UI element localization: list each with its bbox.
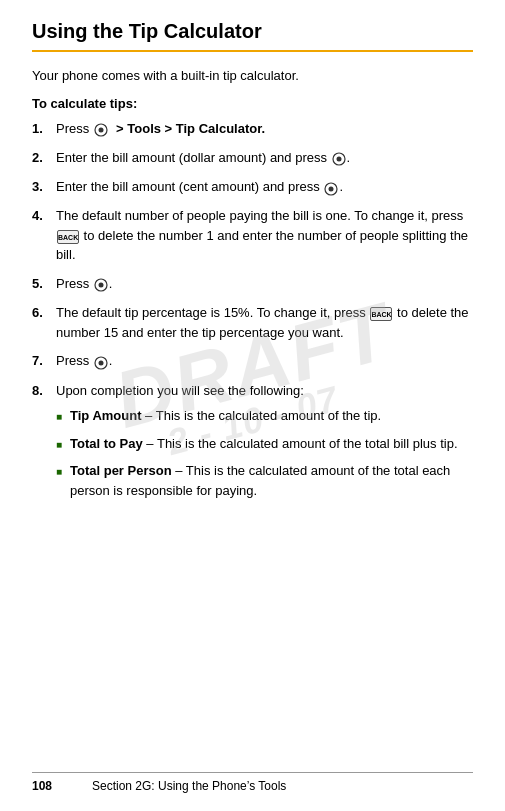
step-2: 2. Enter the bill amount (dollar amount)… (32, 148, 473, 168)
steps-list: 1. Press > Tools > Tip Calculator. 2. En… (32, 119, 473, 509)
ok-circle-icon (324, 178, 338, 198)
step-3-content: Enter the bill amount (cent amount) and … (56, 177, 473, 197)
ok-circle-icon (94, 119, 108, 139)
step-8-number: 8. (32, 381, 56, 401)
sub-item-total-per-person: ■ Total per Person – This is the calcula… (56, 461, 473, 500)
step-5-content: Press . (56, 274, 473, 294)
step-6: 6. The default tip percentage is 15%. To… (32, 303, 473, 342)
intro-text: Your phone comes with a built-in tip cal… (32, 66, 473, 86)
step-4: 4. The default number of people paying t… (32, 206, 473, 265)
step-7: 7. Press . (32, 351, 473, 371)
step-4-number: 4. (32, 206, 56, 226)
bullet-icon: ■ (56, 437, 70, 452)
step-7-content: Press . (56, 351, 473, 371)
svg-point-7 (98, 283, 103, 288)
back-icon: BACK (57, 230, 79, 244)
step-6-number: 6. (32, 303, 56, 323)
step-4-content: The default number of people paying the … (56, 206, 473, 265)
step-1: 1. Press > Tools > Tip Calculator. (32, 119, 473, 139)
step-5-number: 5. (32, 274, 56, 294)
sub-list: ■ Tip Amount – This is the calculated am… (56, 406, 473, 500)
bullet-icon: ■ (56, 464, 70, 479)
bullet-icon: ■ (56, 409, 70, 424)
ok-circle-icon (94, 352, 108, 372)
step-3-number: 3. (32, 177, 56, 197)
footer: 108 Section 2G: Using the Phone’s Tools (32, 772, 473, 793)
sub-item-tip-amount-text: Tip Amount – This is the calculated amou… (70, 406, 473, 426)
svg-point-1 (98, 127, 103, 132)
sub-item-tip-amount: ■ Tip Amount – This is the calculated am… (56, 406, 473, 426)
page-container: DRAFT 2 - 10 - 07 Using the Tip Calculat… (0, 0, 505, 811)
sub-item-total-per-person-text: Total per Person – This is the calculate… (70, 461, 473, 500)
svg-point-9 (98, 360, 103, 365)
step-2-number: 2. (32, 148, 56, 168)
step-1-content: Press > Tools > Tip Calculator. (56, 119, 473, 139)
svg-point-5 (329, 186, 334, 191)
svg-point-3 (336, 157, 341, 162)
calc-label: To calculate tips: (32, 96, 473, 111)
sub-item-total-to-pay: ■ Total to Pay – This is the calculated … (56, 434, 473, 454)
step-3: 3. Enter the bill amount (cent amount) a… (32, 177, 473, 197)
ok-circle-icon (94, 275, 108, 295)
back-icon: BACK (370, 307, 392, 321)
sub-item-total-to-pay-text: Total to Pay – This is the calculated am… (70, 434, 473, 454)
step-6-content: The default tip percentage is 15%. To ch… (56, 303, 473, 342)
footer-section-label: Section 2G: Using the Phone’s Tools (82, 779, 473, 793)
ok-circle-icon (332, 149, 346, 169)
step-8-content: Upon completion you will see the followi… (56, 381, 473, 509)
step-7-number: 7. (32, 351, 56, 371)
footer-page-number: 108 (32, 779, 82, 793)
page-title: Using the Tip Calculator (32, 18, 473, 52)
step-2-content: Enter the bill amount (dollar amount) an… (56, 148, 473, 168)
step-8: 8. Upon completion you will see the foll… (32, 381, 473, 509)
step-5: 5. Press . (32, 274, 473, 294)
step-1-number: 1. (32, 119, 56, 139)
